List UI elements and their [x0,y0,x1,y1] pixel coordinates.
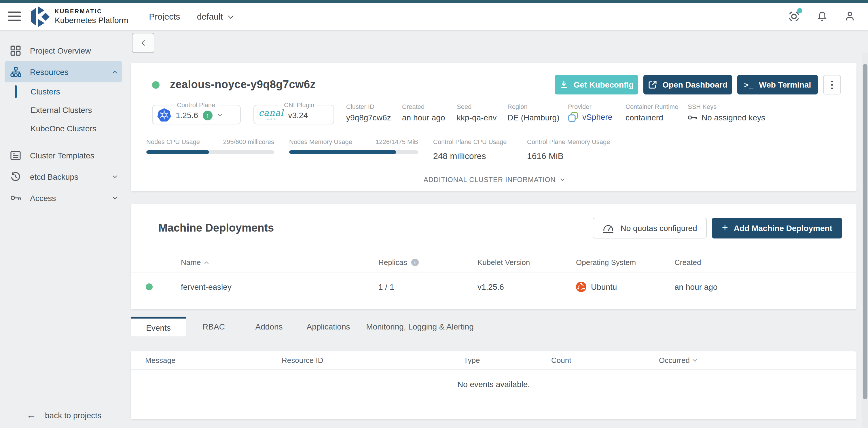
gauge-icon [603,223,614,233]
kebab-menu-icon [831,80,833,89]
field-provider: Provider vSphere [568,101,625,124]
tab-rbac[interactable]: RBAC [186,317,241,336]
tab-events[interactable]: Events [131,317,186,336]
scrollbar-track[interactable] [862,53,868,428]
sidebar-item-label: Access [30,193,56,203]
scrollbar-thumb[interactable] [863,64,867,399]
additional-cluster-information-toggle[interactable]: ADDITIONAL CLUSTER INFORMATION [424,176,564,184]
divider [572,179,841,180]
field-ssh-keys: SSH Keys No assigned keys [688,101,765,124]
field-seed: Seed kkp-qa-env [457,101,507,124]
field-cluster-id: Cluster ID y9q8g7cw6z [346,101,402,124]
brand-subtitle: Kubernetes Platform [55,16,128,25]
chevron-left-icon [141,40,147,46]
add-machine-deployment-button[interactable]: + Add Machine Deployment [712,218,842,239]
grid-icon [9,45,22,56]
key-icon [688,115,698,120]
column-message: Message [145,356,282,365]
get-kubeconfig-button[interactable]: Get Kubeconfig [555,75,638,94]
nav-projects-link[interactable]: Projects [149,11,180,21]
events-empty-message: No events available. [131,379,857,389]
back-to-projects-label: back to projects [45,411,101,420]
notifications-button[interactable] [817,11,828,22]
column-replicas: Replicas i [378,258,477,267]
sidebar-item-resources[interactable]: Resources [5,61,122,82]
user-menu-button[interactable] [844,11,855,22]
field-region: Region DE (Hamburg) [507,101,568,124]
column-occurred-sort[interactable]: Occurred [659,356,857,365]
sidebar-item-cluster-templates[interactable]: Cluster Templates [5,145,122,166]
sidebar-item-label: etcd Backups [30,172,78,181]
help-button[interactable] [788,10,800,23]
ubuntu-icon [576,282,586,292]
tab-addons[interactable]: Addons [241,317,297,336]
cni-plugin-label: CNI Plugin [282,101,316,108]
plus-icon: + [722,221,728,234]
machine-deployments-title: Machine Deployments [158,222,274,235]
column-operating-system: Operating System [576,258,675,267]
sidebar-item-project-overview[interactable]: Project Overview [5,40,122,61]
cluster-detail-tabs: Events RBAC Addons Applications Monitori… [131,317,857,336]
sidebar-item-external-clusters[interactable]: External Clusters [5,101,122,119]
chevron-down-icon [113,174,117,178]
column-kubelet-version: Kubelet Version [477,258,576,267]
divider [146,179,415,180]
open-dashboard-button[interactable]: Open Dashboard [643,75,732,94]
hamburger-menu-icon[interactable] [8,11,21,21]
provider-name[interactable]: vSphere [582,112,612,122]
sitemap-icon [9,66,22,77]
sidebar-item-label: External Clusters [31,105,92,115]
project-selector[interactable]: default [197,11,233,21]
project-selector-value: default [197,11,223,21]
sort-descending-icon [693,358,697,362]
deployment-replicas: 1 / 1 [378,282,477,292]
control-plane-memory-usage: Control Plane Memory Usage 1616 MiB [527,138,606,161]
kubermatic-logo-mark [31,6,50,27]
open-dashboard-label: Open Dashboard [662,80,727,89]
control-plane-version: 1.25.6 [176,111,198,120]
topbar-icon-group [788,10,855,23]
cni-version: v3.24 [288,111,308,120]
column-name-sort[interactable]: Name [181,258,378,267]
info-icon[interactable]: i [411,258,419,266]
tab-applications[interactable]: Applications [297,317,360,336]
machine-deployment-row[interactable]: fervent-easley 1 / 1 v1.25.6 Ubuntu [131,272,857,301]
kubermatic-logo[interactable] [31,6,50,27]
web-terminal-label: Web Terminal [759,80,811,89]
kubernetes-icon [157,108,171,122]
quota-button[interactable]: No quotas configured [593,218,707,239]
column-resource-id: Resource ID [282,356,464,365]
deployment-kubelet-version: v1.25.6 [477,282,576,292]
chevron-down-icon[interactable] [218,112,222,116]
cluster-more-actions-button[interactable] [823,75,841,94]
top-navigation-bar: KUBERMATIC Kubernetes Platform Projects … [0,3,868,30]
nav-divider [137,9,138,24]
canal-logo: canal ≈≈≈ [259,109,284,122]
chevron-down-icon [113,195,117,199]
app-window: KUBERMATIC Kubernetes Platform Projects … [0,0,868,428]
web-terminal-button[interactable]: >_ Web Terminal [737,75,818,94]
deployment-status-dot [146,283,153,290]
bell-icon [817,11,828,22]
column-type: Type [464,356,551,365]
upgrade-available-icon[interactable]: ↑ [203,110,213,120]
tab-monitoring-logging-alerting[interactable]: Monitoring, Logging & Alerting [360,317,480,336]
events-card: Message Resource ID Type Count Occurred … [131,351,857,419]
chevron-up-icon [113,70,117,74]
history-icon [9,172,22,182]
sidebar-item-clusters[interactable]: Clusters [5,82,122,101]
sidebar-item-label: Project Overview [30,46,91,55]
sidebar-item-kubeone-clusters[interactable]: KubeOne Clusters [5,119,122,138]
main-content: zealous-noyce-y9q8g7cw6z Get Kubeconfig [127,30,868,428]
sidebar-item-etcd-backups[interactable]: etcd Backups [5,166,122,187]
control-plane-label: Control Plane [175,101,217,108]
back-button[interactable] [132,33,154,53]
back-to-projects-link[interactable]: ← back to projects [0,409,127,421]
control-plane-version-select[interactable]: Control Plane 1.25 [152,101,241,124]
external-link-icon [648,80,657,89]
chevron-down-icon [228,13,234,19]
key-icon [9,195,22,201]
deployment-created: an hour ago [675,282,857,292]
vsphere-icon [568,112,578,122]
sidebar-item-access[interactable]: Access [5,187,122,209]
